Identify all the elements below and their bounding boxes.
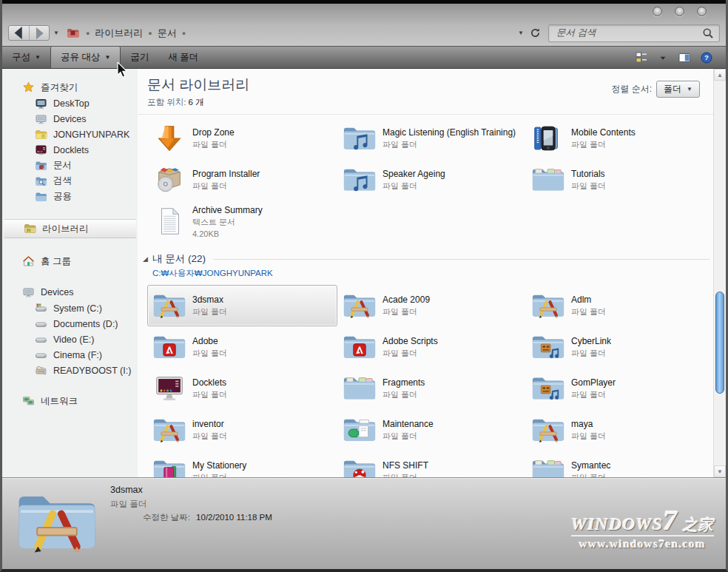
file-icon [152,332,186,362]
file-item-Maintenance[interactable]: Maintenance파일 폴더 [337,409,526,451]
search-input[interactable]: 문서 검색 [548,24,720,42]
file-item-CyberLink[interactable]: CyberLink파일 폴더 [526,326,713,368]
sidebar-section: 라이브러리 [2,219,138,238]
homegroup-icon [22,255,35,267]
file-type: 파일 폴더 [571,139,636,150]
minimize-button[interactable] [653,7,662,16]
sidebar-item-문서[interactable]: 문서 [2,158,138,173]
file-icon [343,124,377,153]
file-item-GomPlayer[interactable]: GomPlayer파일 폴더 [526,368,713,409]
group-path-link[interactable]: C:₩사용자₩JONGHYUNPARK [152,268,713,279]
toolbar-button-구성[interactable]: 구성▼ [2,47,50,68]
file-grid: Drop Zone파일 폴더Magic Listening (English T… [147,118,713,242]
sidebar-item-System (C:)[interactable]: System (C:) [2,300,138,316]
file-item-text: Mobile Contents파일 폴더 [571,127,636,150]
file-item-3dsmax[interactable]: 3dsmax파일 폴더 [147,285,337,326]
address-dropdown-caret[interactable]: ▼ [518,30,524,36]
nav-history-caret[interactable]: ▼ [53,30,59,36]
file-item-Mobile Contents[interactable]: Mobile Contents파일 폴더 [526,118,713,159]
sidebar-item-Documents (D:)[interactable]: Documents (D:) [2,316,138,332]
file-item-Adobe Scripts[interactable]: Adobe Scripts파일 폴더 [337,326,526,368]
file-grid: 3dsmax파일 폴더Acade 2009파일 폴더Adlm파일 폴더Adobe… [147,285,713,477]
sidebar-item-Cinema (F:)[interactable]: Cinema (F:) [2,347,138,363]
file-name: GomPlayer [571,377,616,388]
help-button[interactable]: ? [701,52,712,64]
toolbar-button-새 폴더[interactable]: 새 폴더 [158,47,208,68]
sidebar-item-label: DeskTop [53,98,90,109]
sidebar-item-즐겨찾기[interactable]: 즐겨찾기 [2,79,138,95]
sidebar-item-네트워크[interactable]: 네트워크 [2,393,138,409]
scrollbar-thumb[interactable] [715,292,724,394]
file-item-Adlm[interactable]: Adlm파일 폴더 [526,285,713,326]
mouse-cursor [117,62,129,78]
file-icon [343,165,377,195]
modified-value: 10/2/2010 11:18 PM [196,513,272,522]
preview-pane-button[interactable] [678,52,690,64]
vertical-scrollbar[interactable]: ▲ ▼ [713,69,726,477]
scroll-down-icon[interactable]: ▼ [714,465,726,477]
sidebar-item-공용[interactable]: 공용 [2,189,138,204]
sidebar-item-Devices[interactable]: Devices [2,284,138,300]
toolbar-button-공유 대상[interactable]: 공유 대상▼ [50,47,121,68]
sidebar-item-Devices[interactable]: Devices [2,111,138,127]
sidebar-item-label: System (C:) [53,303,102,314]
file-item-Acade 2009[interactable]: Acade 2009파일 폴더 [337,285,526,326]
library-icon [24,223,36,235]
sidebar-item-DeskTop[interactable]: DeskTop [2,95,138,111]
file-item-Fragments[interactable]: Fragments파일 폴더 [337,368,526,409]
maximize-button[interactable] [675,7,684,16]
views-caret-button[interactable] [658,53,668,63]
sort-button[interactable]: 폴더 ▼ [656,81,700,98]
sidebar-item-Docklets[interactable]: Docklets [2,142,138,158]
file-icon [531,415,565,445]
file-item-text: Adobe파일 폴더 [192,336,227,359]
sidebar-item-Video (E:)[interactable]: Video (E:) [2,332,138,347]
file-item-My Stationery[interactable]: My Stationery파일 폴더 [147,451,337,477]
refresh-icon[interactable] [530,27,541,38]
details-pane: 3dsmax 파일 폴더 수정한 날짜: 10/2/2010 11:18 PM … [2,477,726,569]
file-type: 파일 폴더 [192,389,227,400]
file-type: 파일 폴더 [382,139,516,150]
file-item-text: GomPlayer파일 폴더 [571,377,616,400]
desktop-icon [35,98,47,110]
watermark-seven: 7 [663,505,678,536]
sidebar-item-READYBOOST (I:)[interactable]: READYBOOST (I:) [2,363,138,378]
file-item-inventor[interactable]: inventor파일 폴더 [147,409,337,451]
sort-control: 정렬 순서: 폴더 ▼ [611,81,700,98]
file-item-text: Acade 2009파일 폴더 [382,295,430,317]
sidebar-item-JONGHYUNPARK[interactable]: JONGHYUNPARK [2,127,138,142]
close-button[interactable] [697,7,707,16]
sidebar-item-label: Documents (D:) [53,319,118,329]
file-type: 파일 폴더 [382,389,425,400]
back-button[interactable] [9,26,29,40]
folder-doc-icon [35,160,47,172]
scroll-up-icon[interactable]: ▲ [714,69,726,81]
sidebar-item-검색[interactable]: 검색 [2,173,138,189]
file-item-Symantec[interactable]: Symantec파일 폴더 [526,451,713,477]
drive-icon [35,349,47,361]
sidebar-item-라이브러리[interactable]: 라이브러리 [4,219,136,238]
file-item-Docklets[interactable]: Docklets파일 폴더 [147,368,337,409]
file-item-Speaker Ageing[interactable]: Speaker Ageing파일 폴더 [337,159,526,201]
group-header[interactable]: ◢내 문서 (22) [143,252,713,266]
folder-user-icon [35,129,47,141]
file-item-NFS SHIFT[interactable]: NFS SHIFT파일 폴더 [337,451,526,477]
file-item-maya[interactable]: maya파일 폴더 [526,409,713,451]
forward-icon [30,25,49,41]
forward-button[interactable] [29,26,49,40]
file-item-Drop Zone[interactable]: Drop Zone파일 폴더 [147,118,337,159]
sidebar-item-홈 그룹[interactable]: 홈 그룹 [2,253,138,269]
selected-item-big-icon [16,485,98,559]
breadcrumb-item[interactable]: 문서 [158,27,177,40]
file-item-Archive Summary[interactable]: Archive Summary텍스트 문서4.20KB [147,201,337,242]
file-item-Program Installer[interactable]: Program Installer파일 폴더 [147,159,337,201]
breadcrumb-item[interactable]: 라이브러리 [95,27,143,40]
search-icon[interactable] [702,27,714,39]
file-item-Adobe[interactable]: Adobe파일 폴더 [147,326,337,368]
file-item-Magic Listening (English Training)[interactable]: Magic Listening (English Training)파일 폴더 [337,118,526,159]
file-item-Tutorials[interactable]: Tutorials파일 폴더 [526,159,713,201]
drive-sys-icon [35,303,47,314]
chevron-down-icon: ▼ [104,54,110,61]
views-button[interactable] [636,52,647,64]
toolbar-button-label: 새 폴더 [168,51,198,64]
